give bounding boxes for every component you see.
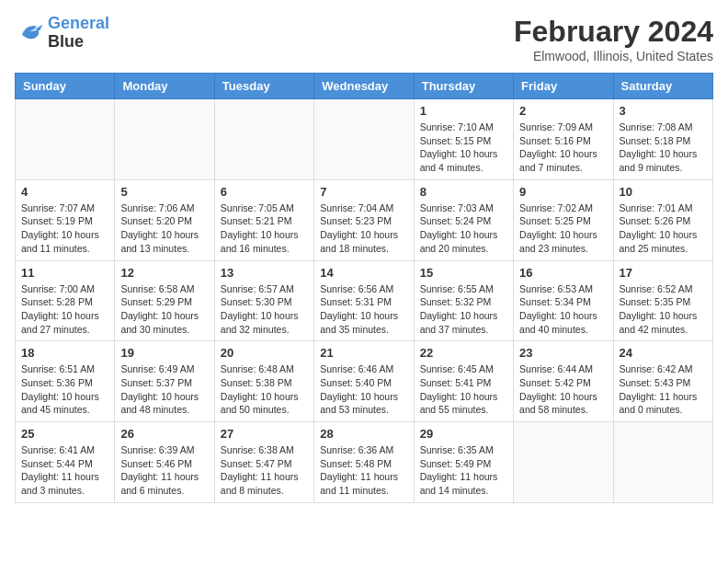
day-number: 1 (420, 104, 507, 118)
calendar-cell: 24Sunrise: 6:42 AM Sunset: 5:43 PM Dayli… (613, 341, 712, 422)
day-info: Sunrise: 6:35 AM Sunset: 5:49 PM Dayligh… (420, 443, 507, 498)
day-number: 26 (120, 427, 208, 441)
calendar-cell: 2Sunrise: 7:09 AM Sunset: 5:16 PM Daylig… (514, 99, 613, 180)
day-number: 6 (221, 185, 308, 199)
calendar-cell (214, 99, 313, 180)
calendar-cell (115, 99, 214, 180)
weekday-header-wednesday: Wednesday (314, 74, 414, 99)
day-number: 23 (519, 346, 607, 360)
calendar-cell: 16Sunrise: 6:53 AM Sunset: 5:34 PM Dayli… (514, 260, 613, 341)
weekday-header-thursday: Thursday (414, 74, 513, 99)
day-number: 20 (221, 346, 308, 360)
weekday-header-row: SundayMondayTuesdayWednesdayThursdayFrid… (16, 74, 713, 99)
day-number: 25 (21, 427, 108, 441)
weekday-header-saturday: Saturday (613, 74, 712, 99)
day-info: Sunrise: 6:44 AM Sunset: 5:42 PM Dayligh… (519, 362, 607, 417)
day-number: 27 (221, 427, 308, 441)
day-info: Sunrise: 6:39 AM Sunset: 5:46 PM Dayligh… (120, 443, 208, 498)
logo: GeneralBlue (15, 15, 109, 52)
day-info: Sunrise: 6:45 AM Sunset: 5:41 PM Dayligh… (420, 362, 507, 417)
day-number: 22 (420, 346, 507, 360)
week-row-5: 25Sunrise: 6:41 AM Sunset: 5:44 PM Dayli… (16, 422, 713, 503)
day-info: Sunrise: 7:09 AM Sunset: 5:16 PM Dayligh… (519, 121, 607, 175)
day-info: Sunrise: 7:06 AM Sunset: 5:20 PM Dayligh… (120, 201, 208, 256)
calendar-cell: 21Sunrise: 6:46 AM Sunset: 5:40 PM Dayli… (314, 341, 414, 422)
day-number: 7 (320, 185, 407, 199)
calendar-cell: 13Sunrise: 6:57 AM Sunset: 5:30 PM Dayli… (214, 260, 313, 341)
weekday-header-friday: Friday (514, 74, 613, 99)
calendar-table: SundayMondayTuesdayWednesdayThursdayFrid… (15, 73, 713, 503)
day-number: 8 (420, 185, 507, 199)
day-info: Sunrise: 6:49 AM Sunset: 5:37 PM Dayligh… (120, 362, 208, 417)
calendar-cell: 23Sunrise: 6:44 AM Sunset: 5:42 PM Dayli… (514, 341, 613, 422)
calendar-cell: 14Sunrise: 6:56 AM Sunset: 5:31 PM Dayli… (314, 260, 414, 341)
day-info: Sunrise: 6:53 AM Sunset: 5:34 PM Dayligh… (519, 282, 607, 337)
weekday-header-monday: Monday (115, 74, 214, 99)
calendar-cell: 29Sunrise: 6:35 AM Sunset: 5:49 PM Dayli… (414, 422, 513, 503)
day-number: 21 (320, 346, 407, 360)
day-number: 14 (320, 266, 407, 280)
day-info: Sunrise: 7:08 AM Sunset: 5:18 PM Dayligh… (620, 121, 707, 175)
calendar-cell: 22Sunrise: 6:45 AM Sunset: 5:41 PM Dayli… (414, 341, 513, 422)
day-number: 3 (620, 104, 707, 118)
day-info: Sunrise: 6:36 AM Sunset: 5:48 PM Dayligh… (320, 443, 407, 498)
calendar-cell (16, 99, 115, 180)
calendar-cell: 10Sunrise: 7:01 AM Sunset: 5:26 PM Dayli… (613, 179, 712, 260)
day-number: 15 (420, 266, 507, 280)
week-row-1: 1Sunrise: 7:10 AM Sunset: 5:15 PM Daylig… (16, 99, 713, 180)
calendar-cell: 1Sunrise: 7:10 AM Sunset: 5:15 PM Daylig… (414, 99, 513, 180)
title-block: February 2024 Elmwood, Illinois, United … (514, 15, 713, 63)
calendar-cell (613, 422, 712, 503)
calendar-cell: 17Sunrise: 6:52 AM Sunset: 5:35 PM Dayli… (613, 260, 712, 341)
calendar-cell: 7Sunrise: 7:04 AM Sunset: 5:23 PM Daylig… (314, 179, 414, 260)
calendar-cell: 26Sunrise: 6:39 AM Sunset: 5:46 PM Dayli… (115, 422, 214, 503)
calendar-cell: 19Sunrise: 6:49 AM Sunset: 5:37 PM Dayli… (115, 341, 214, 422)
day-number: 28 (320, 427, 407, 441)
logo-text: GeneralBlue (48, 15, 109, 52)
day-info: Sunrise: 7:02 AM Sunset: 5:25 PM Dayligh… (519, 201, 607, 256)
calendar-cell: 15Sunrise: 6:55 AM Sunset: 5:32 PM Dayli… (414, 260, 513, 341)
day-info: Sunrise: 6:51 AM Sunset: 5:36 PM Dayligh… (21, 362, 108, 417)
calendar-cell: 18Sunrise: 6:51 AM Sunset: 5:36 PM Dayli… (16, 341, 115, 422)
day-number: 5 (120, 185, 208, 199)
day-info: Sunrise: 6:58 AM Sunset: 5:29 PM Dayligh… (120, 282, 208, 337)
calendar-cell: 27Sunrise: 6:38 AM Sunset: 5:47 PM Dayli… (214, 422, 313, 503)
day-info: Sunrise: 6:38 AM Sunset: 5:47 PM Dayligh… (221, 443, 308, 498)
day-number: 17 (620, 266, 707, 280)
calendar-cell: 8Sunrise: 7:03 AM Sunset: 5:24 PM Daylig… (414, 179, 513, 260)
calendar-cell: 9Sunrise: 7:02 AM Sunset: 5:25 PM Daylig… (514, 179, 613, 260)
calendar-cell: 12Sunrise: 6:58 AM Sunset: 5:29 PM Dayli… (115, 260, 214, 341)
calendar-cell: 25Sunrise: 6:41 AM Sunset: 5:44 PM Dayli… (16, 422, 115, 503)
day-info: Sunrise: 7:01 AM Sunset: 5:26 PM Dayligh… (620, 201, 707, 256)
calendar-cell: 20Sunrise: 6:48 AM Sunset: 5:38 PM Dayli… (214, 341, 313, 422)
calendar-subtitle: Elmwood, Illinois, United States (514, 49, 713, 63)
logo-bird-icon (15, 20, 44, 46)
day-info: Sunrise: 7:03 AM Sunset: 5:24 PM Dayligh… (420, 201, 507, 256)
day-number: 9 (519, 185, 607, 199)
week-row-3: 11Sunrise: 7:00 AM Sunset: 5:28 PM Dayli… (16, 260, 713, 341)
day-number: 16 (519, 266, 607, 280)
calendar-cell: 11Sunrise: 7:00 AM Sunset: 5:28 PM Dayli… (16, 260, 115, 341)
day-number: 4 (21, 185, 108, 199)
weekday-header-sunday: Sunday (16, 74, 115, 99)
day-info: Sunrise: 6:42 AM Sunset: 5:43 PM Dayligh… (620, 362, 707, 417)
day-info: Sunrise: 6:41 AM Sunset: 5:44 PM Dayligh… (21, 443, 108, 498)
day-number: 12 (120, 266, 208, 280)
day-info: Sunrise: 7:07 AM Sunset: 5:19 PM Dayligh… (21, 201, 108, 256)
calendar-cell (514, 422, 613, 503)
day-number: 24 (620, 346, 707, 360)
calendar-cell: 4Sunrise: 7:07 AM Sunset: 5:19 PM Daylig… (16, 179, 115, 260)
week-row-2: 4Sunrise: 7:07 AM Sunset: 5:19 PM Daylig… (16, 179, 713, 260)
day-info: Sunrise: 7:00 AM Sunset: 5:28 PM Dayligh… (21, 282, 108, 337)
day-number: 2 (519, 104, 607, 118)
day-number: 13 (221, 266, 308, 280)
day-info: Sunrise: 6:48 AM Sunset: 5:38 PM Dayligh… (221, 362, 308, 417)
calendar-title: February 2024 (514, 15, 713, 49)
day-info: Sunrise: 7:04 AM Sunset: 5:23 PM Dayligh… (320, 201, 407, 256)
day-number: 29 (420, 427, 507, 441)
calendar-cell (314, 99, 414, 180)
day-number: 19 (120, 346, 208, 360)
day-number: 18 (21, 346, 108, 360)
day-info: Sunrise: 6:57 AM Sunset: 5:30 PM Dayligh… (221, 282, 308, 337)
day-info: Sunrise: 7:05 AM Sunset: 5:21 PM Dayligh… (221, 201, 308, 256)
